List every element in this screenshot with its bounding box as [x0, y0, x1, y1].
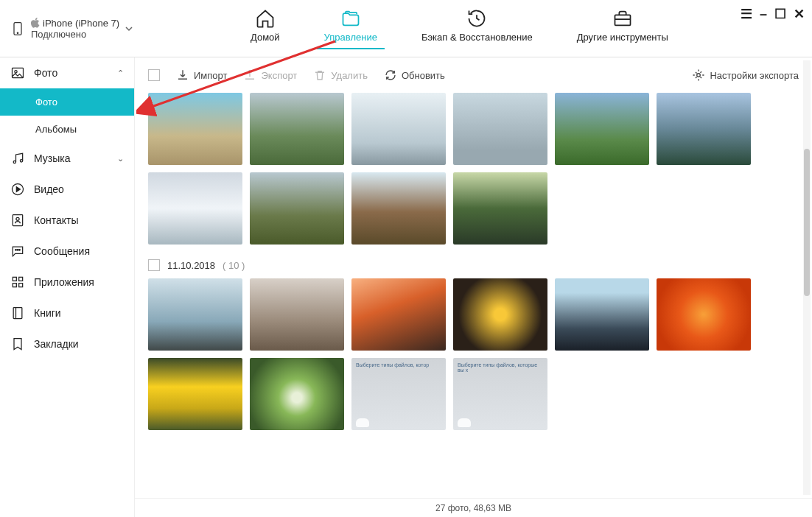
photo-thumbnail[interactable]: Выберите типы файлов, котор	[351, 358, 446, 430]
photo-thumbnail[interactable]	[453, 172, 547, 245]
import-button[interactable]: Импорт	[176, 68, 227, 82]
main-tabs: Домой Управление Бэкап & Восстановление …	[251, 8, 668, 49]
sidebar-label: Контакты	[34, 214, 78, 226]
photo-thumbnail[interactable]	[657, 278, 751, 351]
tab-other-tools[interactable]: Другие инструменты	[577, 8, 668, 49]
device-selector[interactable]: iPhone (iPhone 7) Подключено	[0, 18, 147, 40]
sidebar-label: Видео	[34, 183, 64, 195]
svg-point-4	[15, 71, 17, 73]
contacts-icon	[10, 213, 25, 228]
photo-thumbnail[interactable]	[351, 278, 446, 351]
device-status: Подключено	[31, 29, 119, 40]
photo-thumbnail[interactable]	[555, 93, 649, 165]
tab-label: Управление	[324, 32, 377, 43]
photo-thumbnail[interactable]	[148, 358, 242, 430]
svg-rect-16	[19, 284, 23, 287]
sidebar-item-bookmarks[interactable]: Закладки	[0, 328, 134, 359]
sidebar-item-messages[interactable]: Сообщения	[0, 236, 134, 267]
select-all-checkbox[interactable]	[148, 69, 160, 81]
music-icon	[10, 151, 25, 166]
cloud-icon	[458, 418, 471, 427]
sidebar-label: Альбомы	[35, 124, 77, 135]
photo-thumbnail[interactable]	[351, 93, 446, 165]
photo-thumbnail[interactable]	[555, 278, 649, 351]
photo-thumbnail[interactable]	[453, 93, 547, 165]
sidebar: Фото ⌃ Фото Альбомы Музыка ⌄ Видео Конта…	[0, 57, 135, 517]
tab-home[interactable]: Домой	[251, 8, 280, 49]
phone-icon	[10, 18, 25, 39]
export-settings-button[interactable]: Настройки экспорта	[692, 68, 799, 82]
tab-label: Бэкап & Восстановление	[421, 32, 533, 43]
vertical-scrollbar[interactable]	[803, 60, 811, 495]
tab-manage[interactable]: Управление	[324, 8, 377, 49]
photo-thumbnail[interactable]	[148, 93, 242, 165]
section-checkbox[interactable]	[148, 259, 160, 271]
export-button[interactable]: Экспорт	[243, 68, 297, 82]
photo-thumbnail[interactable]	[250, 358, 344, 430]
sidebar-label: Приложения	[34, 276, 94, 288]
thumb-text: Выберите типы файлов, котор	[351, 358, 446, 372]
svg-rect-2	[615, 15, 630, 25]
photo-thumbnail[interactable]	[657, 93, 751, 165]
sidebar-label: Закладки	[34, 338, 79, 350]
minimize-button[interactable]: –	[760, 7, 767, 22]
svg-point-1	[17, 32, 18, 33]
tool-label: Настройки экспорта	[710, 70, 799, 81]
svg-point-12	[19, 250, 21, 251]
svg-point-11	[17, 250, 18, 251]
home-icon	[255, 8, 276, 29]
restore-icon	[466, 8, 487, 29]
gear-icon	[692, 68, 705, 82]
close-button[interactable]: ✕	[794, 6, 805, 22]
apple-icon	[31, 18, 40, 28]
sidebar-item-contacts[interactable]: Контакты	[0, 205, 134, 236]
section-header: 11.10.2018 ( 10 )	[148, 252, 799, 278]
sidebar-item-albums[interactable]: Альбомы	[0, 116, 134, 143]
svg-rect-15	[13, 284, 16, 287]
photo-thumbnail[interactable]	[148, 172, 242, 245]
chevron-up-icon: ⌃	[117, 68, 124, 78]
svg-point-6	[20, 160, 22, 162]
sidebar-item-apps[interactable]: Приложения	[0, 267, 134, 298]
photo-thumbnail[interactable]	[250, 93, 344, 165]
sidebar-item-photo[interactable]: Фото ⌃	[0, 57, 134, 88]
book-icon	[10, 306, 25, 320]
svg-point-18	[697, 74, 701, 77]
photo-thumbnail[interactable]	[250, 278, 344, 351]
tool-label: Экспорт	[261, 70, 297, 81]
delete-button[interactable]: Удалить	[313, 68, 368, 82]
toolbar: Импорт Экспорт Удалить Обновить Настройк…	[135, 57, 812, 93]
scrollbar-thumb[interactable]	[804, 149, 810, 296]
maximize-button[interactable]: ☐	[774, 6, 786, 22]
sidebar-item-video[interactable]: Видео	[0, 174, 134, 205]
photo-thumbnail[interactable]	[250, 172, 344, 245]
trash-icon	[313, 68, 326, 82]
toolbox-icon	[612, 8, 633, 29]
tab-backup[interactable]: Бэкап & Восстановление	[421, 8, 533, 49]
photo-thumbnail[interactable]	[453, 278, 547, 351]
status-text: 27 фото, 48,63 MB	[435, 503, 511, 513]
sidebar-label: Фото	[35, 96, 57, 108]
tab-label: Другие инструменты	[577, 32, 668, 43]
content-area: Импорт Экспорт Удалить Обновить Настройк…	[135, 57, 812, 498]
bookmark-icon	[10, 337, 25, 351]
svg-rect-14	[19, 277, 23, 281]
status-bar: 27 фото, 48,63 MB	[135, 498, 812, 517]
tool-label: Обновить	[402, 70, 445, 81]
import-icon	[176, 68, 189, 82]
sidebar-item-books[interactable]: Книги	[0, 298, 134, 328]
sidebar-item-photo-sub[interactable]: Фото	[0, 88, 134, 116]
menu-icon[interactable]: ☰	[741, 6, 752, 22]
sidebar-label: Сообщения	[34, 245, 90, 257]
tab-label: Домой	[251, 32, 280, 43]
svg-point-9	[16, 217, 19, 220]
device-info: iPhone (iPhone 7) Подключено	[31, 18, 119, 40]
photo-thumbnail[interactable]	[148, 278, 242, 351]
section-date: 11.10.2018	[167, 260, 215, 271]
photo-thumbnail[interactable]: Выберите типы файлов, которые вы х	[453, 358, 547, 430]
play-icon	[10, 182, 25, 197]
window-controls: ☰ – ☐ ✕	[741, 6, 805, 22]
sidebar-item-music[interactable]: Музыка ⌄	[0, 143, 134, 174]
refresh-button[interactable]: Обновить	[384, 68, 445, 82]
photo-thumbnail[interactable]	[351, 172, 446, 245]
